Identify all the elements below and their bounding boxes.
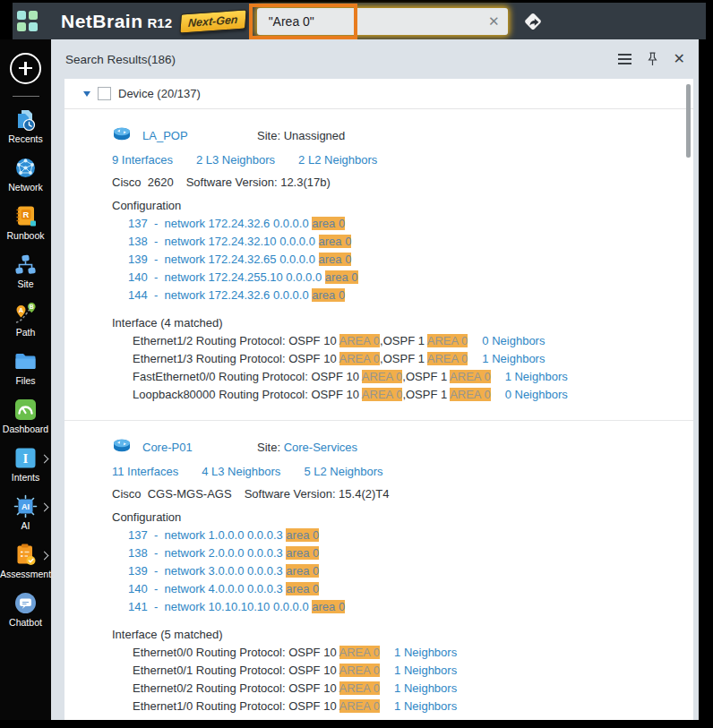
neighbors-link[interactable]: 0 Neighbors: [505, 388, 568, 401]
config-line-separator: -: [148, 564, 165, 578]
device-model-row: Cisco CGS-MGS-AGSSoftware Version: 15.4(…: [112, 487, 684, 501]
interface-line: Ethernet0/2 Routing Protocol: OSPF 10 AR…: [133, 681, 684, 699]
interface-area-highlight: AREA 0: [450, 388, 491, 401]
close-icon[interactable]: [674, 52, 685, 66]
device-stat-link[interactable]: 9 Interfaces: [112, 153, 173, 167]
config-line-number: 139: [128, 564, 148, 578]
device-name-link[interactable]: Core-P01: [142, 441, 193, 454]
config-line-number: 140: [128, 582, 148, 595]
sidebar-item-intents[interactable]: I Intents: [0, 441, 51, 490]
config-line-separator: -: [148, 217, 165, 230]
config-line-text: network 3.0.0.0 0.0.0.3: [164, 564, 286, 578]
device-stat-link[interactable]: 5 L2 Neighbors: [304, 465, 382, 478]
vertical-scrollbar[interactable]: [686, 84, 691, 158]
svg-text:B: B: [30, 304, 34, 310]
app-root: { "topbar": { "logo_text": "NetBrain", "…: [0, 0, 713, 728]
chevron-right-icon: [40, 455, 49, 464]
search-value: "Area 0": [269, 14, 314, 29]
config-line-number: 137: [128, 528, 148, 542]
assessment-icon: [13, 542, 38, 567]
search-go-icon[interactable]: [520, 8, 546, 35]
device-name-link[interactable]: LA_POP: [142, 129, 188, 142]
neighbors-link[interactable]: 1 Neighbors: [505, 370, 568, 383]
search-input[interactable]: "Area 0": [257, 8, 508, 35]
clear-search-icon[interactable]: [488, 14, 500, 28]
sidebar-item-assessment[interactable]: Assessment: [0, 538, 51, 587]
interface-text: Ethernet0/0 Routing Protocol: OSPF 10: [133, 646, 339, 659]
config-line-text: network 172.24.32.6 0.0.0.0: [164, 288, 312, 302]
config-line-number: 140: [128, 270, 148, 284]
interface-lines: Ethernet1/2 Routing Protocol: OSPF 10 AR…: [133, 334, 684, 406]
config-line[interactable]: 137 - network 172.24.32.6 0.0.0.0 area 0: [128, 217, 684, 235]
config-line-highlight: area 0: [319, 253, 352, 266]
pin-icon[interactable]: [647, 52, 658, 66]
device-software-version: Software Version: 15.4(2)T4: [245, 487, 390, 501]
device-site-value: Unassigned: [284, 129, 346, 142]
config-line[interactable]: 140 - network 172.24.255.10 0.0.0.0 area…: [128, 270, 684, 288]
config-line[interactable]: 144 - network 172.24.32.6 0.0.0.0 area 0: [128, 288, 684, 306]
device-site-value[interactable]: Core-Services: [284, 441, 357, 454]
device-stat-link[interactable]: 11 Interfaces: [112, 465, 178, 478]
sidebar-item-label: Path: [16, 327, 36, 338]
interface-area-highlight: AREA 0: [339, 646, 381, 659]
interface-line: Ethernet1/2 Routing Protocol: OSPF 10 AR…: [133, 334, 684, 352]
config-line[interactable]: 141 - network 10.10.10.10 0.0.0.0 area 0: [128, 600, 684, 618]
files-icon: [13, 348, 38, 373]
neighbors-link[interactable]: 1 Neighbors: [394, 699, 457, 713]
sidebar-item-dashboard[interactable]: Dashboard: [0, 393, 51, 441]
interface-label: Interface (5 matched): [112, 628, 684, 641]
sidebar-item-site[interactable]: Site: [0, 248, 51, 296]
sidebar-item-files[interactable]: Files: [0, 345, 51, 393]
sidebar-item-label: Site: [17, 278, 33, 289]
neighbors-link[interactable]: 1 Neighbors: [394, 646, 457, 659]
sidebar-item-recents[interactable]: Recents: [0, 103, 51, 151]
config-line[interactable]: 140 - network 4.0.0.0 0.0.0.3 area 0: [128, 582, 684, 600]
add-button[interactable]: [10, 53, 41, 84]
interface-line: Ethernet0/0 Routing Protocol: OSPF 10 AR…: [133, 646, 684, 664]
sidebar-item-chatbot[interactable]: Chatbot: [0, 587, 51, 635]
sidebar-item-path[interactable]: A B Path: [0, 296, 51, 345]
interface-label: Interface (4 matched): [112, 316, 684, 330]
panel-header: Search Results(186): [51, 39, 699, 79]
config-line-text: network 2.0.0.0 0.0.0.3: [164, 546, 286, 560]
neighbors-link[interactable]: 1 Neighbors: [394, 681, 457, 695]
device-group-row: Device (20/137): [64, 79, 693, 109]
search-results-panel: Search Results(186) Device (20/137): [51, 39, 699, 720]
neighbors-link[interactable]: 1 Neighbors: [394, 664, 457, 677]
sidebar-item-runbook[interactable]: R Runbook: [0, 200, 51, 248]
config-line-highlight: area 0: [319, 235, 352, 248]
device-stat-link[interactable]: 2 L3 Neighbors: [196, 153, 275, 167]
config-line-number: 138: [128, 235, 148, 248]
device-stat-link[interactable]: 4 L3 Neighbors: [202, 465, 280, 478]
interface-text: Loopback80000 Routing Protocol: OSPF 10: [133, 388, 362, 401]
config-line-number: 141: [128, 600, 148, 613]
config-line-separator: -: [148, 235, 165, 248]
global-search: "Area 0": [257, 8, 508, 35]
interface-area-highlight: AREA 0: [362, 388, 403, 401]
app-launcher-grid-icon[interactable]: [17, 11, 38, 31]
top-bar: NetBrainR12 Next-Gen "Area 0": [13, 3, 706, 39]
site-icon: [13, 252, 38, 277]
menu-icon[interactable]: [618, 54, 631, 64]
config-line-text: network 1.0.0.0 0.0.0.3: [164, 528, 286, 542]
interface-lines: Ethernet0/0 Routing Protocol: OSPF 10 AR…: [133, 646, 684, 717]
interface-text: Ethernet1/3 Routing Protocol: OSPF 10: [133, 352, 339, 365]
config-line[interactable]: 138 - network 2.0.0.0 0.0.0.3 area 0: [128, 546, 684, 564]
interface-text: ,OSPF 1: [402, 388, 450, 401]
device-group-checkbox[interactable]: [98, 87, 111, 100]
config-line-separator: -: [148, 600, 165, 613]
neighbors-link[interactable]: 1 Neighbors: [482, 352, 545, 365]
device-stat-link[interactable]: 2 L2 Neighbors: [298, 153, 377, 167]
sidebar-item-ai[interactable]: AI AI: [0, 490, 51, 538]
config-line-number: 137: [128, 217, 148, 230]
config-line[interactable]: 139 - network 172.24.32.65 0.0.0.0 area …: [128, 253, 684, 270]
config-line[interactable]: 139 - network 3.0.0.0 0.0.0.3 area 0: [128, 564, 684, 582]
logo-version: R12: [148, 15, 173, 30]
config-line-separator: -: [148, 288, 165, 302]
neighbors-link[interactable]: 0 Neighbors: [482, 334, 545, 347]
router-icon: [112, 126, 132, 145]
collapse-triangle-icon[interactable]: [83, 91, 90, 97]
sidebar-item-network[interactable]: Network: [0, 151, 51, 200]
config-line[interactable]: 138 - network 172.24.32.10 0.0.0.0 area …: [128, 235, 684, 253]
config-line[interactable]: 137 - network 1.0.0.0 0.0.0.3 area 0: [128, 528, 684, 546]
